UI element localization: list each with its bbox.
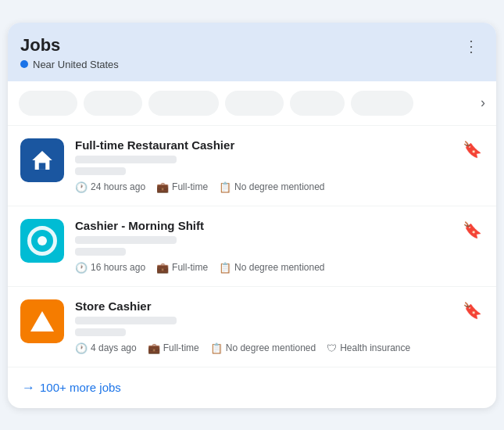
job-item-2[interactable]: Cashier - Morning Shift 🕐 16 hours ago 💼… [8, 206, 496, 287]
education-icon-1: 📋 [219, 181, 231, 193]
filter-pill-4[interactable] [225, 91, 284, 116]
job-info-3: Store Cashier 🕐 4 days ago 💼 Full-time 📋… [75, 299, 450, 354]
clock-icon-2: 🕐 [75, 262, 88, 274]
briefcase-icon-3: 💼 [148, 342, 160, 354]
location-dot-icon [20, 60, 28, 68]
page-title: Jobs [20, 35, 119, 56]
job-meta-3: 🕐 4 days ago 💼 Full-time 📋 No degree men… [75, 342, 450, 354]
job-time-1: 🕐 24 hours ago [75, 181, 145, 193]
job-item-1[interactable]: Full-time Restaurant Cashier 🕐 24 hours … [8, 126, 496, 206]
briefcase-icon-2: 💼 [156, 262, 169, 274]
svg-rect-0 [39, 163, 46, 170]
arrow-right-icon: → [22, 380, 35, 396]
skeleton-company-3 [75, 317, 177, 324]
teal-logo-inner [38, 236, 47, 245]
job-logo-2 [20, 219, 64, 263]
filter-pill-6[interactable] [351, 91, 413, 116]
job-type-1: 💼 Full-time [156, 181, 208, 193]
job-benefit-3: 🛡 Health insurance [327, 342, 410, 354]
job-logo-3 [20, 299, 64, 343]
more-jobs-label: 100+ more jobs [40, 381, 121, 394]
header: Jobs Near United States ⋮ [8, 23, 496, 81]
teal-logo-circle [27, 226, 57, 256]
filter-row: › [8, 81, 496, 126]
job-meta-2: 🕐 16 hours ago 💼 Full-time 📋 No degree m… [75, 262, 450, 274]
job-title-1: Full-time Restaurant Cashier [75, 138, 450, 152]
job-logo-1 [20, 138, 64, 182]
job-list: Full-time Restaurant Cashier 🕐 24 hours … [8, 126, 496, 367]
bookmark-button-2[interactable]: 🔖 [461, 219, 484, 241]
clock-icon-1: 🕐 [75, 181, 88, 193]
education-icon-2: 📋 [219, 262, 231, 274]
skeleton-location-1 [75, 167, 126, 175]
filter-scroll-right-icon[interactable]: › [481, 95, 485, 111]
benefit-icon-3: 🛡 [327, 342, 337, 354]
job-education-2: 📋 No degree mentioned [219, 262, 324, 274]
skeleton-location-3 [75, 328, 126, 336]
briefcase-icon-1: 💼 [156, 181, 169, 193]
jobs-card: Jobs Near United States ⋮ › [8, 23, 496, 408]
job-title-2: Cashier - Morning Shift [75, 219, 450, 232]
filter-pill-1[interactable] [19, 91, 77, 116]
clock-icon-3: 🕐 [75, 342, 88, 354]
filter-pill-3[interactable] [148, 91, 219, 116]
header-left: Jobs Near United States [20, 35, 119, 70]
more-options-button[interactable]: ⋮ [459, 35, 484, 57]
bookmark-button-1[interactable]: 🔖 [461, 138, 484, 160]
location-text: Near United States [33, 59, 119, 70]
job-type-2: 💼 Full-time [156, 262, 208, 274]
job-education-1: 📋 No degree mentioned [219, 181, 324, 193]
more-jobs-row: → 100+ more jobs [8, 367, 496, 408]
skeleton-company-2 [75, 236, 177, 244]
skeleton-location-2 [75, 248, 126, 256]
job-meta-1: 🕐 24 hours ago 💼 Full-time 📋 No degree m… [75, 181, 450, 193]
more-jobs-link[interactable]: → 100+ more jobs [22, 380, 121, 396]
job-title-3: Store Cashier [75, 299, 450, 313]
header-location: Near United States [20, 59, 119, 70]
filter-pill-2[interactable] [84, 91, 142, 116]
skeleton-company-1 [75, 156, 177, 163]
job-info-1: Full-time Restaurant Cashier 🕐 24 hours … [75, 138, 450, 193]
job-time-2: 🕐 16 hours ago [75, 262, 145, 274]
job-time-3: 🕐 4 days ago [75, 342, 137, 354]
job-item-3[interactable]: Store Cashier 🕐 4 days ago 💼 Full-time 📋… [8, 287, 496, 367]
education-icon-3: 📋 [210, 342, 223, 354]
orange-logo-triangle [30, 311, 54, 331]
job-info-2: Cashier - Morning Shift 🕐 16 hours ago 💼… [75, 219, 450, 274]
job-type-3: 💼 Full-time [148, 342, 199, 354]
bookmark-button-3[interactable]: 🔖 [461, 299, 484, 321]
job-education-3: 📋 No degree mentioned [210, 342, 316, 354]
filter-pill-5[interactable] [290, 91, 345, 116]
